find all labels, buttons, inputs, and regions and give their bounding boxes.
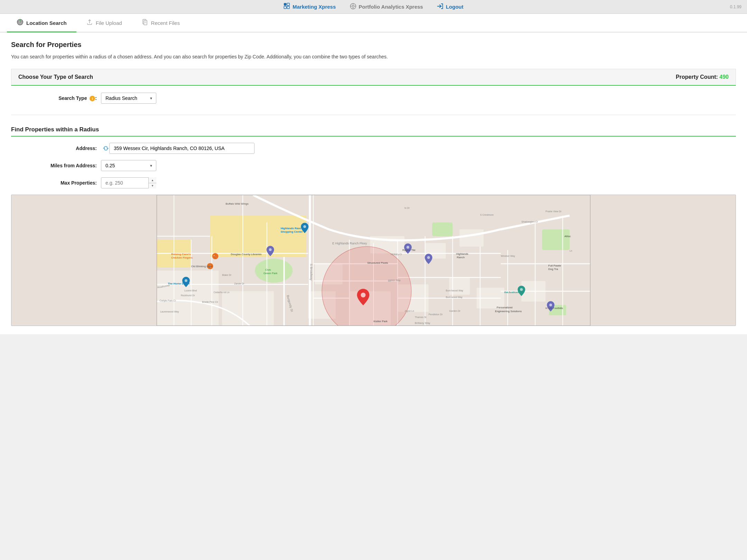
max-properties-row: Max Properties: ▲ ▼ <box>11 177 736 188</box>
svg-text:🍗: 🍗 <box>213 255 217 258</box>
gear-circle-icon <box>350 3 357 11</box>
svg-text:Bum wood Way: Bum wood Way <box>446 296 463 299</box>
top-nav-links: Marketing Xpress Portfolio Analytics Xpr… <box>284 3 463 11</box>
svg-text:Bum twood Way: Bum twood Way <box>446 289 463 292</box>
max-properties-wrapper: ▲ ▼ <box>101 177 156 188</box>
svg-text:Full Pawte: Full Pawte <box>548 264 561 267</box>
svg-rect-2 <box>284 6 286 9</box>
svg-text:to Dr: to Dr <box>405 207 410 209</box>
svg-rect-26 <box>222 291 274 326</box>
svg-point-74 <box>549 304 552 307</box>
svg-rect-23 <box>210 216 307 257</box>
spinner-up-button[interactable]: ▲ <box>149 177 156 183</box>
svg-text:Carlyle Park Ct: Carlyle Park Ct <box>159 300 176 302</box>
find-properties-header: Find Properties within a Radius <box>11 121 736 137</box>
svg-point-19 <box>255 259 293 283</box>
upload-icon <box>86 19 93 27</box>
svg-rect-0 <box>284 3 286 6</box>
svg-text:Hickory Ct: Hickory Ct <box>391 253 402 256</box>
top-nav-bar: Marketing Xpress Portfolio Analytics Xpr… <box>0 0 747 14</box>
miles-label: Miles from Address: <box>39 163 101 168</box>
svg-text:Thames St: Thames St <box>415 316 426 319</box>
search-type-title: Choose Your Type of Search <box>18 74 93 80</box>
marketing-xpress-link[interactable]: Marketing Xpress <box>284 3 336 11</box>
svg-point-5 <box>352 5 354 7</box>
svg-text:Engineering Solutions: Engineering Solutions <box>495 310 522 313</box>
svg-rect-20 <box>432 223 453 236</box>
svg-text:Garden Dr: Garden Dr <box>449 310 461 312</box>
recent-files-tab-label: Recent Files <box>151 20 180 26</box>
svg-text:Shadowglen Ct: Shadowglen Ct <box>522 221 538 223</box>
search-type-header: Choose Your Type of Search Property Coun… <box>11 69 736 86</box>
portfolio-analytics-link[interactable]: Portfolio Analytics Xpress <box>350 3 423 11</box>
svg-text:ggelen Way: ggelen Way <box>388 279 401 282</box>
miles-select[interactable]: 0.25 0.5 1.0 2.0 5.0 <box>101 160 156 171</box>
svg-text:Personalized: Personalized <box>497 306 513 309</box>
section-divider <box>11 115 736 115</box>
location-search-tab[interactable]: Location Search <box>7 14 76 32</box>
svg-text:Kistler Park: Kistler Park <box>374 320 388 323</box>
map-container[interactable]: 🍗 🍴 S Broadway E <box>11 195 736 326</box>
svg-point-67 <box>406 246 409 249</box>
grid-icon <box>284 3 290 11</box>
page-title: Search for Properties <box>11 41 736 49</box>
max-properties-input[interactable] <box>101 177 156 188</box>
address-row: Address: <box>11 143 736 154</box>
svg-text:Douglas County Libraries: Douglas County Libraries <box>231 253 261 256</box>
svg-rect-1 <box>287 3 289 6</box>
svg-text:E Highlands Ranch Pkwy: E Highlands Ranch Pkwy <box>332 242 367 245</box>
spinner-arrows: ▲ ▼ <box>148 177 156 188</box>
svg-text:Bristle Pine Cir: Bristle Pine Cir <box>202 301 219 304</box>
tab-bar: Location Search File Upload Recent Files <box>0 14 747 32</box>
svg-text:Civic: Civic <box>265 268 271 271</box>
svg-text:Rockhurst Dr: Rockhurst Dr <box>181 295 195 297</box>
spinner-down-button[interactable]: ▼ <box>149 183 156 189</box>
svg-text:Allisc: Allisc <box>564 235 571 238</box>
max-properties-label: Max Properties: <box>39 180 101 186</box>
search-type-info-icon[interactable]: i <box>90 96 95 101</box>
map-svg: 🍗 🍴 S Broadway E <box>11 195 736 326</box>
svg-rect-3 <box>287 6 289 9</box>
svg-text:Joyce Ln: Joyce Ln <box>405 310 414 313</box>
svg-text:Structured Pixels: Structured Pixels <box>367 261 388 264</box>
svg-text:Zarote Dr: Zarote Dr <box>234 282 245 285</box>
svg-text:Old Blinking Light: Old Blinking Light <box>191 265 213 268</box>
address-input[interactable] <box>109 143 255 154</box>
logout-link[interactable]: Logout <box>437 3 463 11</box>
property-count: Property Count: 490 <box>676 74 729 80</box>
svg-text:Raising Cane's: Raising Cane's <box>171 253 191 256</box>
svg-text:Ranch: Ranch <box>457 256 465 259</box>
svg-text:Dog Tra: Dog Tra <box>548 268 558 271</box>
svg-text:Highlands: Highlands <box>456 252 468 255</box>
file-upload-tab[interactable]: File Upload <box>76 14 132 32</box>
search-type-select[interactable]: Radius Search Zip Code Search Combined S… <box>101 93 156 104</box>
refresh-icon[interactable] <box>102 145 109 152</box>
target-icon <box>17 19 24 27</box>
logout-label: Logout <box>446 4 463 10</box>
svg-text:Blake Dr: Blake Dr <box>222 274 231 276</box>
svg-text:Highlands Ranch: Highlands Ranch <box>280 227 303 230</box>
version-label: 0.1.99 <box>730 4 741 9</box>
svg-point-73 <box>520 288 523 291</box>
svg-text:Laurenwood Way: Laurenwood Way <box>160 311 179 314</box>
search-type-section: Search Type i: Radius Search Zip Code Se… <box>11 86 736 113</box>
svg-point-70 <box>185 279 187 282</box>
property-count-value: 490 <box>719 74 729 80</box>
location-search-tab-label: Location Search <box>26 20 67 26</box>
svg-text:H US Foothills: H US Foothills <box>545 307 563 310</box>
svg-rect-21 <box>542 230 570 250</box>
svg-rect-34 <box>460 230 484 247</box>
marketing-xpress-label: Marketing Xpress <box>293 4 336 10</box>
svg-text:Lucent Blvd: Lucent Blvd <box>184 289 197 292</box>
recent-files-tab[interactable]: Recent Files <box>132 14 190 32</box>
svg-text:S Broadway: S Broadway <box>310 264 313 281</box>
svg-text:Pendleton Dr: Pendleton Dr <box>428 314 443 316</box>
svg-point-69 <box>303 225 306 228</box>
svg-text:Shopping Center: Shopping Center <box>280 231 303 234</box>
svg-text:Green Park: Green Park <box>264 272 278 275</box>
portfolio-analytics-label: Portfolio Analytics Xpress <box>359 4 423 10</box>
svg-text:Rogue Tile: Rogue Tile <box>403 249 416 252</box>
search-type-select-wrapper: Radius Search Zip Code Search Combined S… <box>101 93 156 104</box>
svg-point-66 <box>361 293 366 298</box>
main-content: Search for Properties You can search for… <box>0 32 747 334</box>
